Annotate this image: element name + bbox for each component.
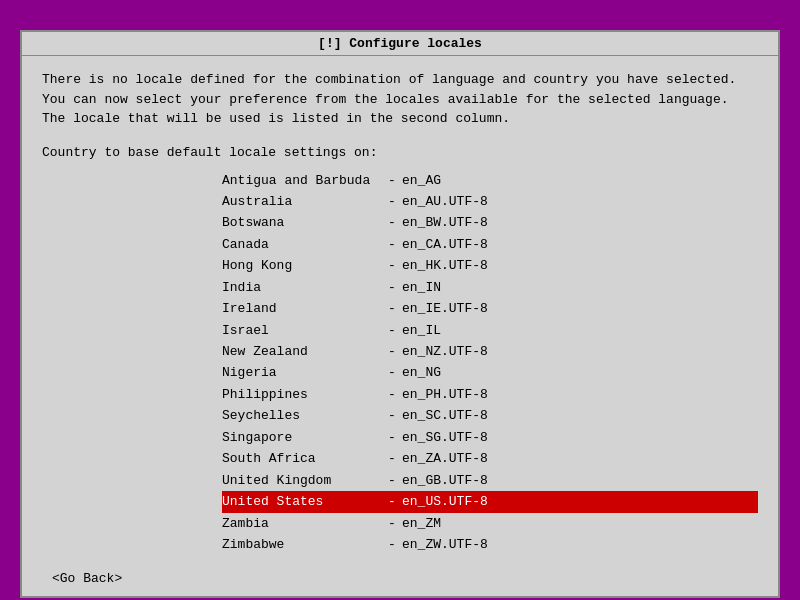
locale-dash: - (382, 491, 402, 512)
locale-code: en_AG (402, 170, 441, 191)
locale-dash: - (382, 513, 402, 534)
locale-code: en_NZ.UTF-8 (402, 341, 488, 362)
locale-item[interactable]: India-en_IN (222, 277, 758, 298)
locale-code: en_ZM (402, 513, 441, 534)
locale-dash: - (382, 341, 402, 362)
locale-dash: - (382, 212, 402, 233)
locale-country: United Kingdom (222, 470, 382, 491)
locale-country: New Zealand (222, 341, 382, 362)
locale-item[interactable]: Philippines-en_PH.UTF-8 (222, 384, 758, 405)
locale-dash: - (382, 320, 402, 341)
country-label: Country to base default locale settings … (42, 145, 758, 160)
locale-code: en_SC.UTF-8 (402, 405, 488, 426)
locale-item[interactable]: Zimbabwe-en_ZW.UTF-8 (222, 534, 758, 555)
title-text: [!] Configure locales (318, 36, 482, 51)
locale-dash: - (382, 234, 402, 255)
locale-item[interactable]: Nigeria-en_NG (222, 362, 758, 383)
desc-line-1: There is no locale defined for the combi… (42, 70, 758, 90)
locale-dash: - (382, 191, 402, 212)
locale-country: South Africa (222, 448, 382, 469)
locale-item[interactable]: South Africa-en_ZA.UTF-8 (222, 448, 758, 469)
locale-item[interactable]: Zambia-en_ZM (222, 513, 758, 534)
locale-dash: - (382, 362, 402, 383)
dialog-wrapper: [!] Configure locales There is no locale… (0, 30, 800, 598)
locale-dash: - (382, 448, 402, 469)
locale-list-container: Antigua and Barbuda-en_AGAustralia-en_AU… (42, 170, 758, 556)
locale-country: United States (222, 491, 382, 512)
locale-code: en_NG (402, 362, 441, 383)
desc-line-2: You can now select your preference from … (42, 90, 758, 110)
locale-code: en_US.UTF-8 (402, 491, 488, 512)
locale-dash: - (382, 534, 402, 555)
locale-country: Antigua and Barbuda (222, 170, 382, 191)
arrow-indicator (0, 320, 32, 380)
locale-item[interactable]: United States-en_US.UTF-8 (222, 491, 758, 512)
locale-country: Seychelles (222, 405, 382, 426)
locale-dash: - (382, 384, 402, 405)
locale-country: Zambia (222, 513, 382, 534)
locale-item[interactable]: Australia-en_AU.UTF-8 (222, 191, 758, 212)
description: There is no locale defined for the combi… (42, 70, 758, 129)
locale-list: Antigua and Barbuda-en_AGAustralia-en_AU… (222, 170, 758, 556)
locale-country: Hong Kong (222, 255, 382, 276)
locale-item[interactable]: Antigua and Barbuda-en_AG (222, 170, 758, 191)
locale-code: en_ZA.UTF-8 (402, 448, 488, 469)
dialog-title: [!] Configure locales (22, 32, 778, 56)
locale-code: en_PH.UTF-8 (402, 384, 488, 405)
dialog: [!] Configure locales There is no locale… (20, 30, 780, 598)
locale-item[interactable]: Botswana-en_BW.UTF-8 (222, 212, 758, 233)
locale-country: Canada (222, 234, 382, 255)
locale-country: Nigeria (222, 362, 382, 383)
locale-dash: - (382, 170, 402, 191)
locale-item[interactable]: Seychelles-en_SC.UTF-8 (222, 405, 758, 426)
locale-country: India (222, 277, 382, 298)
desc-line-3: The locale that will be used is listed i… (42, 109, 758, 129)
locale-country: Ireland (222, 298, 382, 319)
locale-dash: - (382, 405, 402, 426)
locale-item[interactable]: Canada-en_CA.UTF-8 (222, 234, 758, 255)
locale-code: en_SG.UTF-8 (402, 427, 488, 448)
locale-country: Singapore (222, 427, 382, 448)
locale-code: en_GB.UTF-8 (402, 470, 488, 491)
locale-dash: - (382, 277, 402, 298)
locale-code: en_IN (402, 277, 441, 298)
locale-country: Israel (222, 320, 382, 341)
locale-item[interactable]: United Kingdom-en_GB.UTF-8 (222, 470, 758, 491)
locale-item[interactable]: New Zealand-en_NZ.UTF-8 (222, 341, 758, 362)
locale-item[interactable]: Hong Kong-en_HK.UTF-8 (222, 255, 758, 276)
locale-code: en_IL (402, 320, 441, 341)
locale-code: en_CA.UTF-8 (402, 234, 488, 255)
locale-code: en_AU.UTF-8 (402, 191, 488, 212)
locale-code: en_ZW.UTF-8 (402, 534, 488, 555)
locale-country: Australia (222, 191, 382, 212)
locale-dash: - (382, 427, 402, 448)
locale-item[interactable]: Ireland-en_IE.UTF-8 (222, 298, 758, 319)
dialog-content: There is no locale defined for the combi… (22, 56, 778, 596)
locale-dash: - (382, 470, 402, 491)
locale-dash: - (382, 255, 402, 276)
locale-country: Zimbabwe (222, 534, 382, 555)
locale-item[interactable]: Israel-en_IL (222, 320, 758, 341)
top-bar (0, 0, 800, 30)
locale-code: en_HK.UTF-8 (402, 255, 488, 276)
locale-code: en_BW.UTF-8 (402, 212, 488, 233)
go-back-button[interactable]: <Go Back> (52, 571, 758, 586)
locale-country: Botswana (222, 212, 382, 233)
locale-code: en_IE.UTF-8 (402, 298, 488, 319)
locale-country: Philippines (222, 384, 382, 405)
locale-dash: - (382, 298, 402, 319)
locale-item[interactable]: Singapore-en_SG.UTF-8 (222, 427, 758, 448)
